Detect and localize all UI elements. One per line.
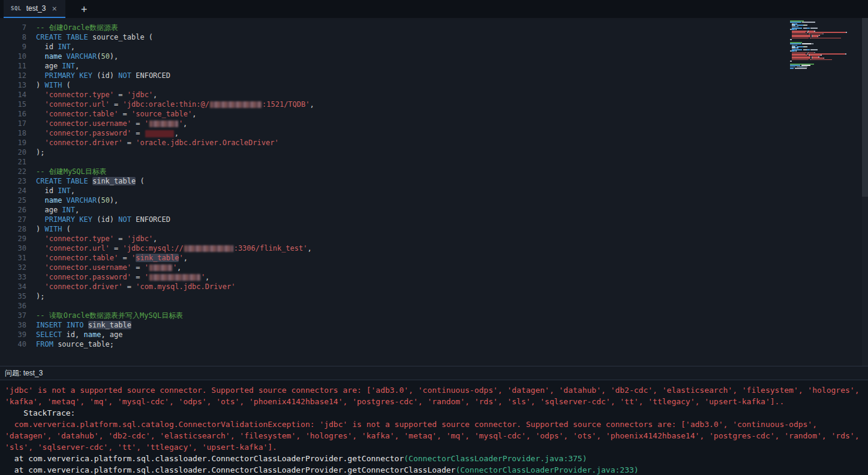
- code-line-26[interactable]: 26 age INT,: [0, 205, 868, 215]
- code-segment: ,: [71, 187, 75, 195]
- line-number: 12: [0, 71, 26, 80]
- code-line-28[interactable]: 28) WITH (: [0, 224, 868, 234]
- code-segment: INSERT INTO: [36, 321, 83, 329]
- code-segment: =: [123, 139, 136, 147]
- code-segment: VARCHAR: [67, 52, 97, 61]
- code-segment: 'connector.username': [44, 119, 131, 128]
- output-line: StackTrace:: [5, 407, 863, 419]
- code-line-25[interactable]: 25 name VARCHAR(50),: [0, 196, 868, 205]
- code-line-39[interactable]: 39SELECT id, name, age: [0, 330, 868, 339]
- code-line-15[interactable]: 15 'connector.url' = 'jdbc:oracle:thin:@…: [0, 100, 868, 109]
- new-tab-button[interactable]: +: [73, 0, 95, 18]
- code-line-11[interactable]: 11 age INT,: [0, 61, 868, 71]
- code-segment: =: [110, 244, 123, 252]
- code-line-30[interactable]: 30 'connector.url' = 'jdbc:mysql://:3306…: [0, 243, 868, 253]
- code-line-21[interactable]: 21: [0, 157, 868, 167]
- line-number: 8: [0, 32, 26, 42]
- line-number: 18: [0, 128, 26, 138]
- code-segment: =: [110, 100, 123, 109]
- stack-trace-link[interactable]: (ConnectorClassLoaderProvider.java:375): [404, 454, 587, 463]
- code-line-17[interactable]: 17 'connector.username' = '',: [0, 119, 868, 128]
- code-segment: ': [145, 119, 149, 128]
- line-number: 31: [0, 253, 26, 263]
- scrollbar-thumb[interactable]: [862, 18, 868, 197]
- code-line-40[interactable]: 40FROM source_table;: [0, 339, 868, 349]
- code-line-31[interactable]: 31 'connector.table' = 'sink_table',: [0, 253, 868, 263]
- stack-trace-link[interactable]: (ConnectorClassLoaderProvider.java:233): [455, 465, 638, 474]
- code-segment: [36, 139, 44, 147]
- code-segment: 'connector.type': [44, 235, 114, 243]
- line-number: 30: [0, 243, 26, 253]
- code-segment: 'connector.username': [44, 263, 131, 272]
- line-number: 22: [0, 167, 26, 176]
- code-segment: -- 读取Oracle数据源表并写入MySQL目标表: [36, 311, 183, 320]
- code-segment: INT: [62, 62, 75, 70]
- code-line-24[interactable]: 24 id INT,: [0, 186, 868, 196]
- code-line-38[interactable]: 38INSERT INTO sink_table: [0, 320, 868, 330]
- code-segment: -- 创建MySQL目标表: [36, 167, 107, 176]
- code-segment: -- 创建Oracle数据源表: [36, 23, 118, 32]
- code-segment: [36, 129, 44, 137]
- code-line-32[interactable]: 32 'connector.username' = '',: [0, 263, 868, 272]
- code-line-29[interactable]: 29 'connector.type' = 'jdbc',: [0, 234, 868, 243]
- tab-title: test_3: [26, 4, 46, 13]
- code-segment: [36, 52, 44, 61]
- code-line-13[interactable]: 13) WITH (: [0, 80, 868, 90]
- code-line-36[interactable]: 36: [0, 301, 868, 311]
- problems-header: 问题: test_3: [0, 366, 868, 380]
- code-segment: ': [179, 254, 183, 262]
- code-line-20[interactable]: 20);: [0, 148, 868, 157]
- line-number: 29: [0, 234, 26, 243]
- code-segment: 'jdbc:oracle:thin:@/: [123, 100, 210, 109]
- code-line-12[interactable]: 12 PRIMARY KEY (id) NOT ENFORCED: [0, 71, 868, 80]
- code-segment: 'connector.driver': [44, 282, 122, 291]
- code-segment: 'connector.type': [44, 91, 114, 99]
- line-number: 33: [0, 272, 26, 282]
- tab-close-icon[interactable]: ×: [50, 3, 58, 14]
- code-segment: [36, 254, 44, 262]
- code-segment: INT: [58, 43, 71, 51]
- code-segment: , age: [101, 330, 122, 339]
- code-segment: (id): [92, 71, 118, 80]
- code-line-9[interactable]: 9 id INT,: [0, 42, 868, 52]
- error-output: 'jdbc' is not a supported source connect…: [0, 380, 868, 475]
- code-line-27[interactable]: 27 PRIMARY KEY (id) NOT ENFORCED: [0, 215, 868, 224]
- code-line-16[interactable]: 16 'connector.table' = 'source_table',: [0, 109, 868, 119]
- code-segment: FROM: [36, 340, 53, 348]
- code-segment: sink_table: [92, 177, 136, 185]
- code-segment: [62, 196, 66, 205]
- code-segment: [36, 263, 44, 272]
- code-line-35[interactable]: 35);: [0, 291, 868, 301]
- code-line-7[interactable]: 7-- 创建Oracle数据源表: [0, 23, 868, 32]
- code-segment: =: [123, 282, 136, 291]
- code-segment: 50: [101, 52, 109, 61]
- code-segment: =: [131, 129, 145, 137]
- editor-scrollbar[interactable]: [862, 18, 868, 366]
- code-segment: [36, 91, 44, 99]
- code-lines[interactable]: 7-- 创建Oracle数据源表8CREATE TABLE source_tab…: [0, 18, 868, 349]
- output-line: com.ververica.platform.sql.catalog.Conne…: [5, 419, 863, 453]
- code-line-22[interactable]: 22-- 创建MySQL目标表: [0, 167, 868, 176]
- code-segment: source_table (: [88, 33, 153, 41]
- code-segment: );: [36, 292, 44, 300]
- code-line-19[interactable]: 19 'connector.driver' = 'oracle.jdbc.dri…: [0, 138, 868, 148]
- tab-test-3[interactable]: SQL test_3 ×: [4, 0, 65, 18]
- code-line-33[interactable]: 33 'connector.password' = '',: [0, 272, 868, 282]
- code-segment: SELECT: [36, 330, 62, 339]
- code-line-14[interactable]: 14 'connector.type' = 'jdbc',: [0, 90, 868, 100]
- problems-panel: 问题: test_3 'jdbc' is not a supported sou…: [0, 366, 868, 475]
- code-line-18[interactable]: 18 'connector.password' = ,: [0, 128, 868, 138]
- code-line-23[interactable]: 23CREATE TABLE sink_table (: [0, 176, 868, 186]
- line-number: 19: [0, 138, 26, 148]
- code-line-34[interactable]: 34 'connector.driver' = 'com.mysql.jdbc.…: [0, 282, 868, 291]
- code-segment: [88, 177, 92, 185]
- line-number: 39: [0, 330, 26, 339]
- code-editor[interactable]: 7-- 创建Oracle数据源表8CREATE TABLE source_tab…: [0, 18, 868, 366]
- code-segment: VARCHAR: [67, 196, 97, 205]
- code-line-8[interactable]: 8CREATE TABLE source_table (: [0, 32, 868, 42]
- code-segment: ): [36, 225, 44, 233]
- code-line-10[interactable]: 10 name VARCHAR(50),: [0, 52, 868, 61]
- code-line-37[interactable]: 37-- 读取Oracle数据源表并写入MySQL目标表: [0, 311, 868, 320]
- code-segment: name: [44, 196, 62, 205]
- minimap[interactable]: [790, 20, 861, 69]
